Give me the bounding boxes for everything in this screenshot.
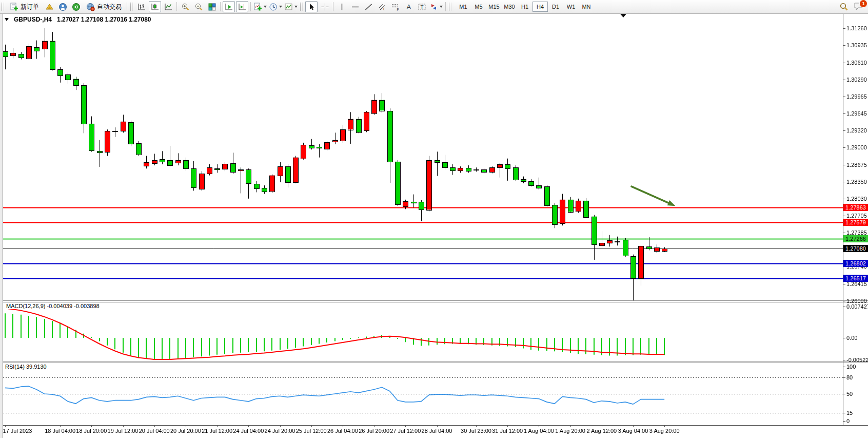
rsi-scale-label: 0	[846, 418, 850, 424]
text-label-icon: T	[418, 3, 426, 11]
toolbar-right-tools: 1	[837, 1, 864, 12]
periods-button[interactable]	[268, 1, 283, 12]
templates-button[interactable]	[284, 1, 298, 12]
community-button[interactable]	[56, 1, 69, 12]
time-axis-label: 21 Jul 12:00	[202, 428, 232, 434]
equidistant-channel-icon: E	[378, 3, 386, 11]
search-button[interactable]	[838, 1, 850, 12]
timeframe-button-m5[interactable]: M5	[471, 2, 486, 12]
horizontal-line-button[interactable]	[349, 1, 361, 12]
signals-icon	[72, 3, 81, 11]
chart-title: GBPUSD-,H4 1.27027 1.27108 1.27016 1.270…	[5, 16, 151, 23]
toolbar-separator	[220, 2, 221, 11]
trendline-icon	[364, 3, 373, 11]
auto-trading-label: 自动交易	[97, 3, 122, 11]
rsi-scale-label: 100	[846, 364, 856, 370]
level-price-badge[interactable]: 1.27266	[843, 235, 868, 242]
timeframe-button-m15[interactable]: M15	[486, 2, 502, 12]
tile-windows-icon	[208, 3, 216, 11]
auto-scroll-button[interactable]	[223, 1, 235, 12]
templates-icon	[284, 3, 293, 11]
fibonacci-icon: F	[391, 3, 400, 11]
price-tick-label: 1.28030	[846, 196, 867, 202]
new-order-label: 新订单	[21, 3, 39, 11]
time-axis-label: 3 Aug 04:00	[618, 428, 648, 434]
line-chart-button[interactable]	[162, 1, 174, 12]
rsi-scale-label: 50	[846, 391, 853, 397]
time-axis-label: 27 Jul 12:00	[390, 428, 421, 434]
search-icon	[839, 2, 849, 11]
fibonacci-button[interactable]: F	[389, 1, 401, 12]
level-price-badge[interactable]: 1.27579	[843, 219, 868, 226]
timeframe-button-d1[interactable]: D1	[548, 2, 563, 12]
zoom-in-icon	[181, 3, 190, 11]
toolbar-separator	[445, 2, 446, 11]
notifications-button[interactable]: 1	[854, 2, 864, 12]
indicators-button[interactable]	[253, 1, 267, 12]
price-tick-label: 1.29000	[846, 144, 867, 150]
text-button[interactable]: A	[402, 1, 415, 12]
toolbar-separator	[127, 2, 127, 11]
time-axis-label: 30 Jul 23:00	[461, 428, 491, 434]
timeframe-button-m1[interactable]: M1	[456, 2, 471, 12]
periods-dropdown-icon	[279, 6, 282, 8]
vertical-line-button[interactable]	[336, 1, 348, 12]
tile-windows-button[interactable]	[206, 1, 218, 12]
main-toolbar: 新订单 自动交易	[0, 0, 868, 14]
toolbar-grip	[2, 3, 4, 11]
time-axis-label: 24 Jul 20:00	[265, 428, 295, 434]
equidistant-channel-button[interactable]: E	[376, 1, 388, 12]
trendline-button[interactable]	[362, 1, 374, 12]
toolbar-separator	[333, 2, 333, 11]
vertical-line-icon	[338, 3, 346, 11]
time-axis-label: 24 Jul 04:00	[233, 428, 264, 434]
chart-shift-marker-icon[interactable]	[620, 14, 626, 17]
level-price-badge[interactable]: 1.27080	[843, 245, 868, 252]
zoom-out-button[interactable]	[192, 1, 205, 12]
auto-trading-button[interactable]: 自动交易	[83, 1, 125, 12]
time-axis-label: 18 Jul 04:00	[45, 428, 75, 434]
window-left-border	[0, 13, 3, 438]
chart-menu-icon[interactable]	[5, 18, 9, 21]
chart-shift-button[interactable]	[236, 1, 248, 12]
time-axis-label: 25 Jul 12:00	[296, 428, 327, 434]
level-price-badge[interactable]: 1.27863	[843, 204, 868, 211]
timeframe-group: M1M5M15M30H1H4D1W1MN	[456, 2, 594, 12]
notification-badge: 1	[859, 0, 867, 8]
macd-scale-label: 0.007427	[846, 303, 868, 310]
auto-trading-icon	[86, 3, 95, 11]
indicators-icon	[253, 3, 262, 11]
rsi-scale-label: 80	[846, 374, 853, 380]
text-label-button[interactable]: T	[416, 1, 428, 12]
macd-scale-label: 0.00	[846, 335, 857, 341]
time-axis-label: 17 Jul 2023	[3, 428, 32, 434]
timeframe-button-h4[interactable]: H4	[532, 2, 548, 12]
new-order-button[interactable]: 新订单	[7, 1, 42, 12]
crosshair-button[interactable]	[319, 1, 331, 12]
time-axis-label: 1 Aug 04:00	[524, 428, 554, 434]
signals-button[interactable]	[70, 1, 82, 12]
cursor-icon	[307, 3, 316, 11]
chart-canvas[interactable]	[0, 0, 868, 438]
arrows-icon	[429, 3, 438, 11]
level-price-badge[interactable]: 1.26517	[843, 275, 868, 282]
timeframe-button-mn[interactable]: MN	[579, 2, 594, 12]
zoom-in-button[interactable]	[179, 1, 191, 12]
time-axis-label: 20 Jul 04:00	[139, 428, 170, 434]
timeframe-button-m30[interactable]: M30	[502, 2, 517, 12]
horizontal-line-icon	[351, 3, 360, 11]
cursor-button[interactable]	[305, 1, 318, 12]
arrows-button[interactable]	[429, 1, 443, 12]
toolbar-separator	[176, 2, 177, 11]
level-price-badge[interactable]: 1.26802	[843, 260, 868, 267]
bar-chart-button[interactable]	[135, 1, 148, 12]
price-tick-label: 1.29320	[846, 127, 867, 134]
rsi-scale-label: 15	[846, 410, 853, 416]
candlestick-chart-button[interactable]	[149, 1, 161, 12]
candlestick-chart-icon	[151, 3, 160, 11]
community-icon	[58, 3, 67, 11]
timeframe-button-h1[interactable]: H1	[517, 2, 532, 12]
timeframe-button-w1[interactable]: W1	[563, 2, 579, 12]
metaeditor-button[interactable]	[43, 1, 55, 12]
price-tick-label: 1.27385	[846, 230, 867, 236]
